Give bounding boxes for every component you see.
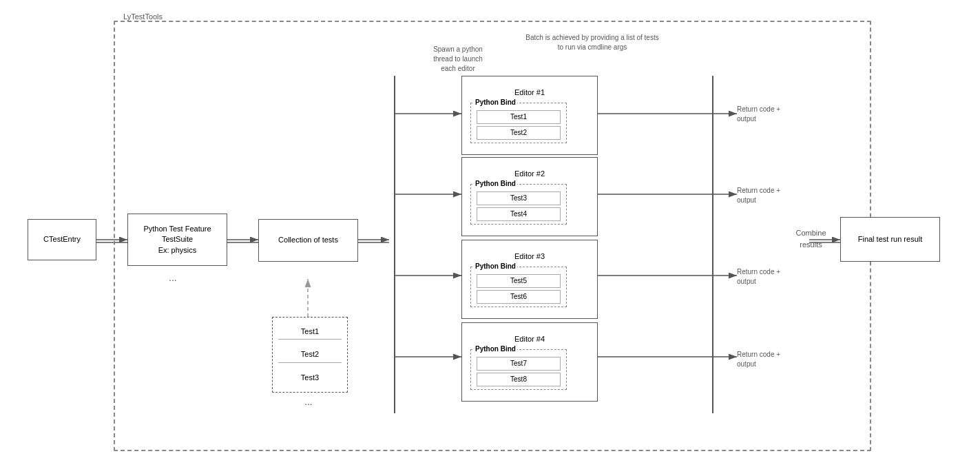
editor-4-return: Return code +output	[737, 350, 780, 369]
editor-1-test1: Test1	[477, 110, 561, 124]
python-test-feature-box: Python Test Feature TestSuite Ex: physic…	[127, 214, 227, 266]
batch-note: Batch is achieved by providing a list of…	[523, 33, 661, 52]
editor-3-box: Editor #3 Python Bind Test5 Test6	[461, 240, 598, 319]
diagram: LyTestTools CTestEntry Python Test Featu…	[7, 7, 971, 458]
editor-2-test3: Test3	[477, 191, 561, 205]
editor-4-box: Editor #4 Python Bind Test7 Test8	[461, 322, 598, 402]
editor-2-title: Editor #2	[468, 169, 592, 179]
editor-1-box: Editor #1 Python Bind Test1 Test2	[461, 76, 598, 155]
editor-4-test7: Test7	[477, 357, 561, 371]
editor-2-box: Editor #2 Python Bind Test3 Test4	[461, 157, 598, 236]
final-result-box: Final test run result	[840, 217, 940, 262]
editor-1-title: Editor #1	[468, 87, 592, 98]
test-list-box: Test1 Test2 Test3	[272, 317, 348, 393]
editor-3-python-bind-label: Python Bind	[474, 262, 517, 271]
final-result-label: Final test run result	[858, 234, 923, 245]
test-list-item-1: Test1	[278, 324, 342, 340]
editor-3-title: Editor #3	[468, 251, 592, 262]
python-test-feature-text: Python Test Feature TestSuite Ex: physic…	[143, 224, 211, 256]
editor-2-test4: Test4	[477, 207, 561, 221]
editor-4-python-bind-label: Python Bind	[474, 344, 517, 354]
editor-3-test6: Test6	[477, 290, 561, 304]
editor-2-return: Return code +output	[737, 186, 780, 205]
editor-1-test2: Test2	[477, 126, 561, 140]
ctest-entry-label: CTestEntry	[43, 234, 81, 245]
combine-results-label: Combine results	[785, 227, 837, 250]
python-feature-dots: ...	[169, 272, 177, 283]
collection-of-tests-label: Collection of tests	[278, 235, 338, 245]
editor-1-python-bind-label: Python Bind	[474, 98, 517, 107]
editor-1-return: Return code +output	[737, 105, 780, 124]
editor-4-test8: Test8	[477, 373, 561, 386]
editor-3-return: Return code +output	[737, 267, 780, 287]
editor-2-python-bind-label: Python Bind	[474, 179, 517, 189]
spawn-note: Spawn a pythonthread to launcheach edito…	[413, 45, 503, 74]
editor-4-title: Editor #4	[468, 334, 592, 344]
collection-of-tests-box: Collection of tests	[258, 219, 358, 262]
test-list-dots: ...	[304, 396, 313, 407]
test-list-item-2: Test2	[278, 347, 342, 362]
ly-test-tools-label: LyTestTools	[121, 12, 165, 21]
test-list-item-3: Test3	[278, 371, 342, 385]
editor-3-test5: Test5	[477, 274, 561, 288]
ctest-entry-box: CTestEntry	[28, 219, 96, 260]
